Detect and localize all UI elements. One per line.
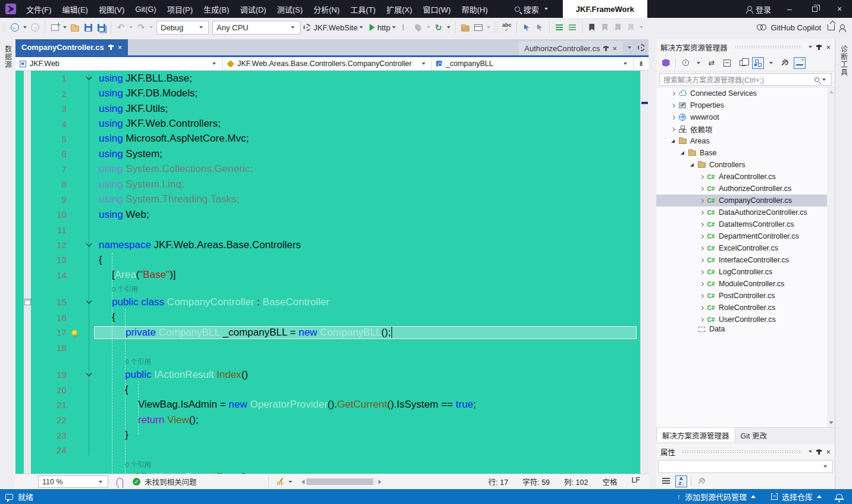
scroll-up-icon[interactable]	[829, 90, 834, 93]
track-active-item-toggle[interactable]	[752, 57, 764, 69]
categorized-view-button[interactable]	[660, 475, 672, 487]
breakpoint-margin[interactable]	[15, 192, 24, 207]
code-line[interactable]: 23}	[15, 428, 640, 443]
menubar-item[interactable]: 测试(S)	[271, 0, 308, 18]
pane-drag-grip[interactable]	[734, 45, 803, 49]
notifications-bell-icon[interactable]	[836, 494, 842, 500]
restart-button[interactable]: ↻	[432, 20, 445, 35]
new-project-button[interactable]	[48, 20, 61, 35]
increase-indent-button[interactable]	[566, 20, 579, 35]
pane-drag-grip[interactable]	[682, 450, 802, 453]
decrease-indent-button[interactable]	[553, 20, 566, 35]
collapse-chevron-icon[interactable]	[86, 241, 92, 247]
select-repository-button[interactable]: 选择仓库	[766, 491, 826, 502]
save-button[interactable]	[82, 20, 95, 35]
breakpoint-margin[interactable]	[15, 86, 24, 101]
tree-expand-arrow[interactable]	[697, 235, 706, 238]
type-dropdown[interactable]: JKF.Web.Areas.Base.Controllers.CompanyCo…	[223, 57, 432, 70]
breakpoint-margin[interactable]	[15, 162, 24, 177]
code-line[interactable]: 1using JKF.BLL.Base;	[15, 71, 640, 86]
inheritance-margin-icon[interactable]	[24, 299, 31, 305]
pending-changes-filter-button[interactable]	[679, 57, 691, 69]
github-copilot-label[interactable]: GitHub Copilot	[770, 23, 821, 32]
tree-expand-arrow[interactable]	[687, 163, 697, 167]
breakpoint-margin[interactable]	[15, 412, 24, 427]
properties-button[interactable]	[778, 57, 790, 69]
properties-object-select[interactable]	[658, 460, 833, 473]
solution-search-input[interactable]: 搜索解决方案资源管理器(Ctrl+;)	[659, 73, 832, 86]
code-line[interactable]: 13{	[15, 252, 640, 267]
menubar-item[interactable]: 扩展(X)	[381, 0, 417, 18]
pane-menu-dropdown-icon[interactable]	[809, 450, 812, 453]
tree-item-logcontroller-cs[interactable]: C#LogController.cs	[656, 266, 835, 278]
code-line[interactable]: 17private CompanyBLL _companyBLL = new C…	[15, 325, 640, 340]
tree-item-usercontroller-cs[interactable]: C#UserController.cs	[656, 314, 835, 325]
collapse-chevron-icon[interactable]	[86, 371, 92, 377]
tree-item-authorizecontroller-cs[interactable]: C#AuthorizeController.cs	[656, 183, 835, 195]
breakpoint-margin[interactable]	[15, 177, 24, 192]
code-line[interactable]: 16{	[15, 310, 640, 325]
tree-expand-arrow[interactable]	[668, 92, 678, 95]
redo-dropdown-icon[interactable]	[149, 26, 153, 29]
quick-actions-lightbulb-icon[interactable]	[71, 330, 77, 336]
breakpoint-margin[interactable]	[15, 428, 24, 443]
start-debugging-button[interactable]: http	[366, 20, 399, 35]
codelens-row[interactable]: 0 个引用	[15, 283, 640, 295]
tab-company-controller[interactable]: CompanyController.cs ×	[15, 39, 128, 55]
tree-item-properties[interactable]: Properties	[656, 99, 835, 111]
navigate-forward-button[interactable]: →	[29, 20, 42, 35]
tree-item-connected-services[interactable]: Connected Services	[656, 87, 835, 99]
breakpoint-margin[interactable]	[15, 101, 24, 116]
pin-pane-icon[interactable]	[818, 45, 820, 50]
project-dropdown[interactable]: JKF.Web	[15, 57, 223, 70]
tree-expand-arrow[interactable]	[697, 306, 706, 309]
split-editor-toggle[interactable]: ⇟	[633, 57, 649, 70]
switch-views-button[interactable]	[660, 57, 672, 69]
next-bookmark-button[interactable]	[612, 20, 625, 35]
fold-margin[interactable]	[83, 77, 94, 79]
save-all-button[interactable]	[95, 20, 108, 35]
redo-button[interactable]: ↷	[134, 20, 148, 35]
tree-scrollbar[interactable]	[827, 87, 835, 427]
hot-reload-button[interactable]	[412, 20, 425, 35]
code-text-area[interactable]: 1using JKF.BLL.Base;2using JKF.DB.Models…	[15, 71, 640, 474]
feedback-person-icon[interactable]	[839, 24, 845, 30]
preview-selected-items-toggle[interactable]	[794, 57, 806, 69]
menubar-item[interactable]: 视图(V)	[93, 0, 130, 18]
tree-expand-arrow[interactable]	[697, 187, 706, 190]
tree-expand-arrow[interactable]	[697, 176, 706, 179]
window-dropdown-icon[interactable]	[487, 26, 490, 29]
editor-zoom-select[interactable]: 110 %	[38, 475, 108, 488]
breakpoint-margin[interactable]	[15, 397, 24, 412]
breakpoint-margin[interactable]	[15, 268, 24, 283]
breakpoint-margin[interactable]	[15, 222, 24, 237]
collapse-all-button[interactable]	[721, 57, 733, 69]
indentation-mode[interactable]: 空格	[602, 476, 617, 487]
breakpoint-margin[interactable]	[15, 295, 24, 309]
menubar-item[interactable]: 编辑(E)	[57, 0, 93, 18]
solution-configuration-select[interactable]: Debug	[156, 21, 209, 35]
restore-button[interactable]	[802, 0, 827, 18]
close-tab-icon[interactable]: ×	[118, 43, 123, 52]
tree-item-excelcontroller-cs[interactable]: C#ExcelController.cs	[656, 242, 835, 254]
code-line[interactable]: 8using System.Linq;	[15, 177, 640, 192]
member-dropdown[interactable]: _companyBLL	[432, 57, 633, 70]
fold-margin[interactable]	[83, 244, 94, 246]
codelens-row[interactable]: 0 个引用	[15, 355, 640, 367]
show-all-files-button[interactable]	[737, 57, 748, 69]
breakpoint-margin[interactable]	[15, 443, 24, 458]
menubar-item[interactable]: 分析(N)	[308, 0, 345, 18]
track-dropdown-icon[interactable]	[769, 62, 773, 64]
code-line[interactable]: 2using JKF.DB.Models;	[15, 86, 640, 101]
breakpoint-margin[interactable]	[15, 207, 24, 222]
menubar-item[interactable]: 帮助(H)	[456, 0, 493, 18]
search-box[interactable]: 搜索	[510, 4, 555, 15]
startup-project-button[interactable]: JKF.WebSite	[302, 20, 366, 35]
start-without-debugging-button[interactable]	[399, 20, 412, 35]
menubar-item[interactable]: 生成(B)	[198, 0, 234, 18]
code-line[interactable]: 24	[15, 443, 640, 458]
close-pane-icon[interactable]: ×	[826, 447, 831, 456]
search-options-dropdown-icon[interactable]	[822, 79, 826, 81]
code-line[interactable]: 12namespace JKF.Web.Areas.Base.Controlle…	[15, 237, 640, 252]
minimize-button[interactable]: –	[777, 0, 802, 18]
